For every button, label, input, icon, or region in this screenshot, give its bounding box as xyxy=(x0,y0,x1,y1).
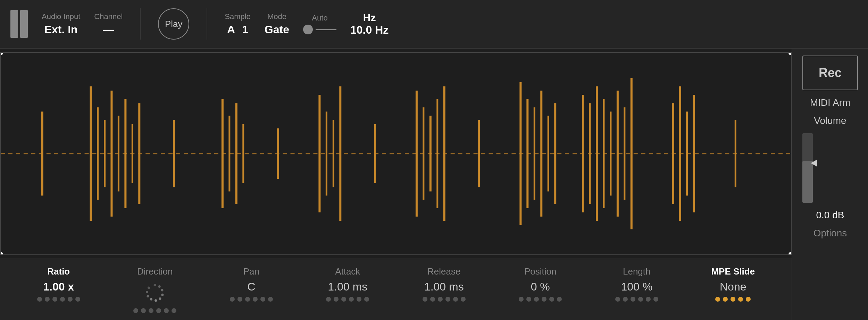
direction-knob-svg xyxy=(143,279,167,306)
sample-label: Sample xyxy=(225,12,251,21)
dot xyxy=(438,297,443,302)
dot xyxy=(141,308,146,313)
hz-value: 10.0 Hz xyxy=(350,24,389,36)
svg-point-50 xyxy=(159,297,161,300)
direction-knob[interactable] xyxy=(143,280,167,305)
divider-1 xyxy=(140,8,141,40)
right-panel: Rec MIDI Arm Volume 0.0 dB Options xyxy=(792,49,868,320)
direction-label: Direction xyxy=(137,266,173,277)
divider-2 xyxy=(207,8,207,40)
sample-value-a: A xyxy=(227,23,235,36)
attack-value: 1.00 ms xyxy=(328,280,367,293)
audio-input-section: Audio Input Ext. In xyxy=(42,12,80,36)
dot xyxy=(52,297,57,302)
release-label: Release xyxy=(427,266,460,277)
dot xyxy=(268,297,273,302)
auto-toggle[interactable] xyxy=(303,25,336,34)
ratio-value: 1.00 x xyxy=(43,280,74,293)
position-dots xyxy=(519,297,562,302)
mode-value: Gate xyxy=(265,23,289,36)
pan-value: C xyxy=(247,280,255,293)
rec-button[interactable]: Rec xyxy=(802,56,858,90)
dot xyxy=(149,308,153,313)
track-bar-1 xyxy=(10,10,18,38)
params-row: Ratio 1.00 x Direction xyxy=(0,259,792,320)
dot xyxy=(542,297,546,302)
top-bar: Audio Input Ext. In Channel — Play Sampl… xyxy=(0,0,868,49)
ratio-label: Ratio xyxy=(47,266,70,277)
dot xyxy=(260,297,265,302)
dot xyxy=(623,297,628,302)
dot xyxy=(519,297,524,302)
dot xyxy=(341,297,346,302)
rec-label: Rec xyxy=(819,66,842,80)
dot xyxy=(68,297,73,302)
sample-value-1: 1 xyxy=(242,23,248,36)
channel-label: Channel xyxy=(94,12,123,21)
position-label: Position xyxy=(524,266,557,277)
svg-point-55 xyxy=(148,287,150,289)
volume-label: Volume xyxy=(814,115,846,126)
direction-dots xyxy=(133,308,176,313)
channel-section: Channel — xyxy=(94,12,123,36)
length-value: 100 % xyxy=(621,280,652,293)
sample-section: Sample A 1 xyxy=(225,12,251,36)
dot xyxy=(253,297,258,302)
param-direction: Direction xyxy=(107,266,203,313)
volume-slider-container[interactable] xyxy=(802,133,858,203)
dot xyxy=(534,297,539,302)
svg-point-48 xyxy=(161,289,164,292)
dot-bright xyxy=(715,297,720,302)
mode-label: Mode xyxy=(267,12,286,21)
dot xyxy=(526,297,531,302)
dot xyxy=(615,297,620,302)
param-release: Release 1.00 ms xyxy=(396,266,492,302)
release-value: 1.00 ms xyxy=(424,280,464,293)
mpe-slide-dots xyxy=(715,297,751,302)
play-button[interactable]: Play xyxy=(158,8,189,40)
waveform-area[interactable] xyxy=(0,52,792,255)
param-position: Position 0 % xyxy=(492,266,589,302)
ratio-dots xyxy=(37,297,80,302)
track-icon xyxy=(10,10,28,38)
attack-label: Attack xyxy=(335,266,360,277)
param-ratio: Ratio 1.00 x xyxy=(10,266,107,302)
play-button-label: Play xyxy=(165,19,183,30)
dot xyxy=(364,297,369,302)
dot xyxy=(430,297,435,302)
dot-bright xyxy=(731,297,735,302)
param-length: Length 100 % xyxy=(589,266,685,302)
length-label: Length xyxy=(623,266,651,277)
dot xyxy=(423,297,427,302)
pan-dots xyxy=(230,297,273,302)
release-dots xyxy=(423,297,466,302)
dot xyxy=(156,308,161,313)
dot xyxy=(237,297,242,302)
dot xyxy=(164,308,169,313)
svg-point-49 xyxy=(161,294,164,296)
param-mpe-slide: MPE Slide None xyxy=(685,266,782,302)
svg-point-52 xyxy=(150,298,152,301)
dot xyxy=(75,297,80,302)
dot-bright xyxy=(738,297,743,302)
dot xyxy=(357,297,361,302)
position-value: 0 % xyxy=(531,280,550,293)
mpe-slide-label: MPE Slide xyxy=(711,266,755,277)
auto-label: Auto xyxy=(312,14,327,23)
dot xyxy=(172,308,176,313)
dot xyxy=(349,297,354,302)
volume-slider-fill xyxy=(802,161,813,203)
volume-db: 0.0 dB xyxy=(816,210,844,221)
dot-bright xyxy=(723,297,728,302)
dot xyxy=(638,297,643,302)
attack-dots xyxy=(326,297,369,302)
dot xyxy=(453,297,458,302)
handle-br[interactable] xyxy=(788,252,792,255)
hz-section: Hz 10.0 Hz xyxy=(350,12,389,36)
dot xyxy=(646,297,651,302)
volume-slider-track[interactable] xyxy=(802,133,813,203)
dot xyxy=(557,297,562,302)
waveform-svg xyxy=(1,53,791,254)
options-label: Options xyxy=(813,228,847,239)
layout-row: Ratio 1.00 x Direction xyxy=(0,49,868,320)
